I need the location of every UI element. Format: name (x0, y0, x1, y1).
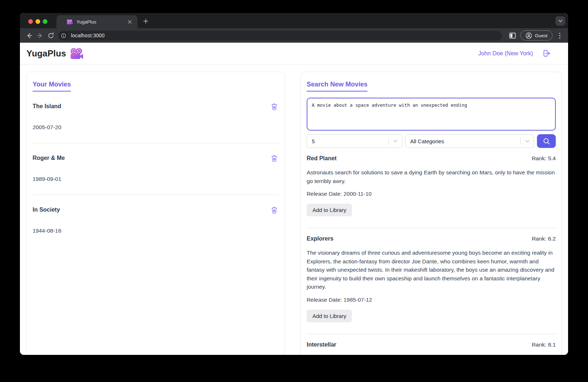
profile-button[interactable]: Guest (520, 30, 553, 41)
fullscreen-window-button[interactable] (43, 19, 47, 24)
library-title: Your Movies (33, 81, 71, 92)
list-item: In Society 1944-08-16 (33, 195, 279, 246)
result-rank: Rank: 6.2 (532, 235, 556, 242)
browser-menu-icon[interactable] (555, 30, 564, 41)
movie-title: The Island (33, 103, 61, 110)
result-title: Red Planet (307, 155, 337, 162)
minimize-window-button[interactable] (35, 19, 40, 24)
desktop-background: YugaPlus (0, 0, 588, 382)
category-value: All Categories (406, 138, 520, 144)
results-limit-select[interactable]: 5 (307, 134, 402, 148)
search-title: Search New Movies (307, 81, 368, 92)
tab-favicon-movie-camera-icon (67, 19, 73, 25)
address-bar[interactable]: localhost:3000 (58, 31, 502, 41)
delete-movie-trash-icon[interactable] (270, 206, 278, 214)
add-to-library-button[interactable]: Add to Library (307, 310, 352, 322)
search-query-textarea[interactable]: A movie about a space adventure with an … (307, 98, 556, 131)
list-divider (307, 228, 556, 228)
close-window-button[interactable] (28, 19, 33, 24)
add-to-library-button[interactable]: Add to Library (307, 204, 352, 216)
list-item: The Island 2005-07-20 (33, 92, 279, 143)
app-header: YugaPlus (20, 43, 568, 64)
search-icon (543, 137, 550, 145)
side-panel-icon[interactable] (507, 30, 517, 41)
result-description: Astronauts search for solutions to save … (307, 168, 556, 185)
result-title: Interstellar (307, 341, 336, 348)
chevron-down-icon (389, 140, 402, 143)
user-name: John Doe (New York) (478, 50, 533, 57)
tab-search-chevron-icon[interactable] (555, 16, 565, 26)
search-panel: Search New Movies A movie about a space … (301, 72, 562, 355)
search-result: Interstellar Rank: 8.1 (307, 341, 556, 348)
tab-close-icon[interactable] (126, 18, 133, 25)
tab-strip: YugaPlus (20, 13, 568, 28)
result-release-date: Release Date: 1985-07-12 (307, 297, 556, 303)
logout-icon[interactable] (541, 49, 551, 58)
movie-camera-logo-icon (70, 48, 83, 59)
delete-movie-trash-icon[interactable] (270, 154, 278, 162)
chevron-down-icon (521, 140, 534, 143)
guest-avatar-icon (525, 32, 532, 39)
search-button[interactable] (537, 134, 556, 148)
window-controls (28, 19, 47, 24)
search-result: Red Planet Rank: 5.4 Astronauts search f… (307, 155, 556, 228)
result-release-date: Release Date: 2000-11-10 (307, 191, 556, 197)
tab-title: YugaPlus (76, 19, 123, 25)
delete-movie-trash-icon[interactable] (270, 102, 278, 111)
main-content: Your Movies The Island (20, 64, 568, 355)
profile-label: Guest (535, 33, 547, 38)
result-rank: Rank: 8.1 (532, 341, 556, 348)
search-controls: 5 All Categories (307, 134, 556, 148)
result-title: Explorers (307, 235, 333, 242)
browser-window: YugaPlus (20, 13, 568, 355)
movie-title: Roger & Me (33, 155, 65, 161)
movie-title: In Society (33, 207, 60, 213)
category-select[interactable]: All Categories (405, 134, 534, 148)
result-rank: Rank: 5.4 (532, 155, 556, 162)
list-divider (307, 334, 556, 334)
movie-release-date: 1989-09-01 (33, 176, 279, 182)
back-icon[interactable] (24, 30, 34, 41)
search-result: Explorers Rank: 6.2 The visionary dreams… (307, 235, 556, 334)
site-info-icon[interactable] (59, 31, 68, 40)
result-description: The visionary dreams of three curious an… (307, 249, 556, 291)
library-panel: Your Movies The Island (26, 72, 285, 355)
app-title: YugaPlus (26, 48, 66, 59)
app-page: YugaPlus (20, 43, 568, 355)
browser-tab[interactable]: YugaPlus (56, 15, 138, 28)
brand: YugaPlus (26, 48, 83, 59)
movie-release-date: 2005-07-20 (33, 124, 279, 131)
movie-release-date: 1944-08-16 (33, 228, 279, 234)
reload-icon[interactable] (45, 30, 56, 41)
new-tab-button[interactable] (141, 16, 150, 26)
results-limit-value: 5 (307, 138, 388, 144)
list-item: Roger & Me 1989-09-01 (33, 143, 279, 195)
user-area: John Doe (New York) (478, 49, 557, 58)
forward-icon[interactable] (34, 30, 45, 41)
browser-toolbar: localhost:3000 Guest (20, 28, 568, 43)
url-text: localhost:3000 (71, 33, 105, 38)
